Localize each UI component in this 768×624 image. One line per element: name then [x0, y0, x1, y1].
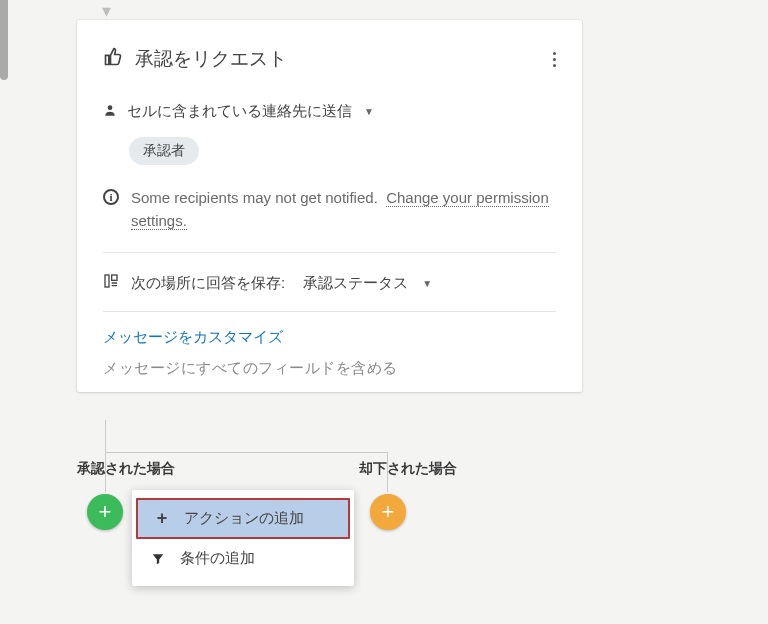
plus-icon: +	[154, 508, 170, 529]
send-to-row[interactable]: セルに含まれている連絡先に送信 ▼	[103, 102, 556, 121]
person-icon	[103, 103, 117, 121]
include-all-fields-text: メッセージにすべてのフィールドを含める	[103, 359, 556, 378]
info-text: Some recipients may not get notified.	[131, 189, 378, 206]
filter-icon	[150, 552, 166, 566]
menu-add-condition[interactable]: 条件の追加	[132, 539, 354, 578]
info-icon: i	[103, 189, 119, 205]
flow-entry-arrow: ▾	[102, 0, 111, 22]
approved-branch-label: 承認された場合	[77, 460, 175, 478]
menu-add-action[interactable]: + アクションの追加	[136, 498, 350, 539]
card-title: 承認をリクエスト	[135, 46, 287, 72]
add-approved-action-button[interactable]: +	[87, 494, 123, 530]
save-value: 承認ステータス	[303, 274, 408, 293]
svg-point-0	[108, 105, 113, 110]
rejected-branch-label: 却下された場合	[359, 460, 457, 478]
chevron-down-icon: ▼	[364, 106, 374, 117]
save-response-row[interactable]: 次の場所に回答を保存: 承認ステータス ▼	[103, 253, 556, 312]
thumbs-up-icon	[103, 47, 123, 71]
approver-chip[interactable]: 承認者	[129, 137, 199, 165]
svg-rect-2	[112, 275, 117, 280]
svg-rect-1	[105, 275, 109, 287]
customize-message-link[interactable]: メッセージをカスタマイズ	[103, 328, 283, 345]
more-options-button[interactable]	[553, 52, 556, 67]
save-column-icon	[103, 273, 119, 293]
add-menu: + アクションの追加 条件の追加	[132, 490, 354, 586]
menu-add-condition-label: 条件の追加	[180, 549, 255, 568]
menu-add-action-label: アクションの追加	[184, 509, 304, 528]
scrollbar-thumb[interactable]	[0, 0, 8, 80]
add-rejected-action-button[interactable]: +	[370, 494, 406, 530]
approval-request-card: 承認をリクエスト セルに含まれている連絡先に送信 ▼ 承認者 i Some re…	[77, 20, 582, 392]
send-to-label: セルに含まれている連絡先に送信	[127, 102, 352, 121]
info-row: i Some recipients may not get notified. …	[103, 187, 556, 253]
save-label: 次の場所に回答を保存:	[131, 274, 285, 293]
chevron-down-icon: ▼	[422, 278, 432, 289]
card-header: 承認をリクエスト	[103, 46, 556, 72]
